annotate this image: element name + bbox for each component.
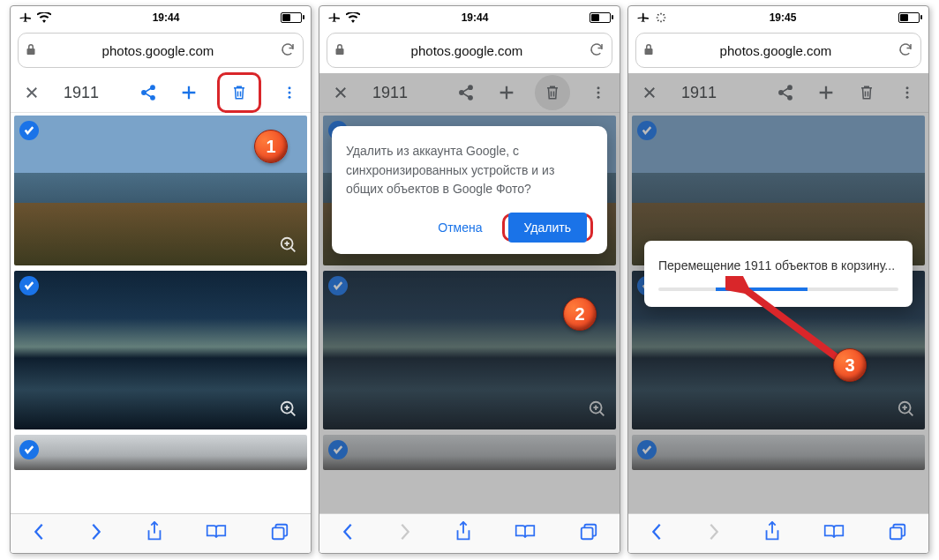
svg-point-3: [289, 86, 291, 89]
delete-button-highlight: Удалить: [502, 213, 593, 242]
photo-thumbnail[interactable]: [14, 435, 307, 470]
address-url: photos.google.com: [350, 43, 583, 58]
toast-message: Перемещение 1911 объектов в корзину...: [658, 257, 898, 275]
svg-point-4: [289, 92, 291, 94]
svg-point-22: [906, 96, 909, 99]
selection-toolbar: 1911: [319, 73, 620, 113]
selection-count: 1911: [64, 84, 99, 102]
tabs-icon[interactable]: [888, 522, 907, 545]
selected-check-icon: [637, 440, 657, 459]
battery-icon: [281, 12, 302, 23]
svg-point-12: [597, 86, 600, 89]
add-icon[interactable]: [814, 80, 838, 105]
nav-back-icon[interactable]: [650, 522, 664, 545]
reload-icon[interactable]: [589, 41, 605, 60]
share-icon[interactable]: [454, 80, 478, 105]
battery-icon: [590, 12, 611, 23]
callout-1: 1: [254, 130, 288, 163]
selection-count: 1911: [681, 84, 717, 102]
airplane-mode-icon: [19, 11, 32, 24]
tutorial-stage: 19:44 photos.google.com 1911: [0, 0, 939, 559]
close-icon[interactable]: [19, 80, 44, 105]
popover-actions: Отмена Удалить: [346, 213, 593, 242]
zoom-icon[interactable]: [279, 235, 298, 258]
safari-toolbar: [628, 513, 928, 553]
lock-icon: [334, 43, 345, 58]
battery-icon: [898, 12, 920, 23]
airplane-mode-icon: [328, 11, 341, 24]
reload-icon[interactable]: [898, 41, 913, 60]
zoom-icon: [588, 399, 607, 422]
nav-forward-icon: [707, 522, 721, 545]
zoom-icon: [897, 399, 916, 422]
address-bar[interactable]: photos.google.com: [635, 33, 921, 68]
trash-icon[interactable]: [227, 80, 252, 105]
selection-count: 1911: [372, 84, 408, 102]
svg-rect-8: [273, 527, 284, 539]
close-icon[interactable]: [637, 80, 662, 105]
bookmarks-icon[interactable]: [206, 523, 227, 544]
callout-2: 2: [563, 297, 597, 331]
spinner-icon: [655, 11, 667, 24]
reload-icon[interactable]: [280, 41, 296, 60]
bookmarks-icon[interactable]: [515, 523, 536, 544]
share-sheet-icon[interactable]: [146, 521, 163, 546]
photo-thumbnail: [632, 435, 925, 470]
trash-icon[interactable]: [535, 75, 570, 110]
tabs-icon[interactable]: [270, 522, 289, 545]
selection-toolbar: 1911: [11, 73, 311, 113]
selected-check-icon[interactable]: [19, 121, 39, 140]
status-clock: 19:44: [153, 11, 180, 24]
add-icon[interactable]: [177, 80, 201, 105]
svg-point-5: [289, 96, 291, 99]
safari-toolbar: [319, 513, 620, 553]
trash-button-highlight: [217, 72, 261, 113]
address-bar[interactable]: photos.google.com: [327, 33, 612, 68]
zoom-icon[interactable]: [279, 399, 298, 422]
share-icon[interactable]: [773, 80, 798, 105]
tabs-icon[interactable]: [579, 522, 598, 545]
photo-thumbnail: [323, 435, 616, 470]
address-bar[interactable]: photos.google.com: [18, 33, 304, 68]
selected-check-icon: [637, 121, 657, 140]
status-bar: 19:44: [11, 6, 311, 29]
lock-icon: [26, 43, 36, 58]
selection-toolbar: 1911: [628, 73, 928, 113]
address-url: photos.google.com: [41, 43, 274, 58]
more-icon[interactable]: [895, 80, 920, 105]
cancel-button[interactable]: Отмена: [432, 213, 487, 242]
nav-forward-icon[interactable]: [89, 522, 103, 545]
callout-3: 3: [833, 348, 867, 382]
phone-frame-2: 19:44 photos.google.com 1911: [319, 5, 620, 554]
popover-message: Удалить из аккаунта Google, с синхронизи…: [346, 142, 593, 199]
safari-toolbar: [11, 513, 311, 553]
svg-rect-25: [890, 527, 902, 539]
more-icon[interactable]: [586, 80, 611, 105]
nav-back-icon[interactable]: [32, 522, 46, 545]
wifi-icon: [346, 12, 360, 23]
photo-thumbnail[interactable]: [14, 271, 307, 429]
nav-back-icon[interactable]: [341, 522, 355, 545]
trash-icon[interactable]: [854, 80, 879, 105]
status-clock: 19:44: [462, 11, 489, 24]
status-bar: 19:45: [628, 6, 928, 29]
nav-forward-icon: [398, 522, 412, 545]
bookmarks-icon[interactable]: [823, 523, 845, 544]
status-clock: 19:45: [770, 11, 797, 24]
status-bar: 19:44: [319, 6, 620, 29]
phone-frame-1: 19:44 photos.google.com 1911: [10, 5, 312, 554]
delete-button[interactable]: Удалить: [508, 213, 587, 243]
wifi-icon: [37, 12, 51, 23]
share-sheet-icon[interactable]: [763, 521, 781, 546]
close-icon[interactable]: [328, 80, 353, 105]
share-icon[interactable]: [136, 80, 161, 105]
delete-confirm-popover: Удалить из аккаунта Google, с синхронизи…: [332, 126, 607, 254]
add-icon[interactable]: [494, 80, 519, 105]
share-sheet-icon[interactable]: [454, 521, 472, 546]
photo-gallery[interactable]: [11, 113, 311, 513]
svg-rect-16: [582, 527, 593, 539]
more-icon[interactable]: [277, 80, 302, 105]
selected-check-icon[interactable]: [19, 440, 39, 459]
selected-check-icon: [328, 440, 348, 459]
selected-check-icon[interactable]: [19, 276, 39, 295]
